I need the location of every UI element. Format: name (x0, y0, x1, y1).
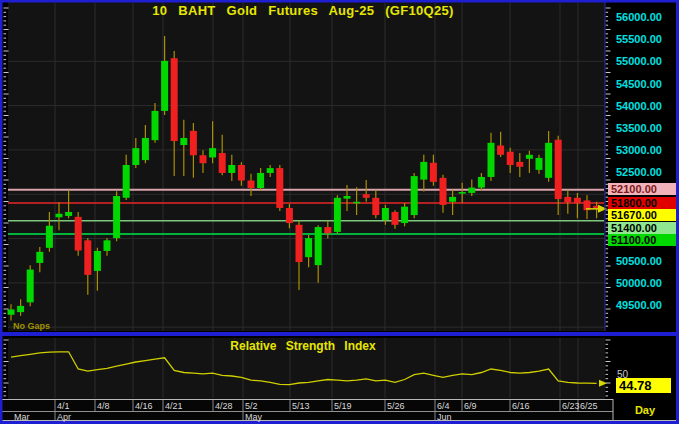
y-axis-label: 52500.00 (616, 166, 662, 178)
candle-body (411, 176, 418, 215)
candle-body (363, 194, 370, 198)
date-tick-label: 6/4 (437, 401, 450, 411)
candle-body (8, 309, 15, 314)
candle-body (440, 178, 447, 205)
candle-body (113, 196, 120, 238)
date-tick-label: 4/16 (135, 401, 153, 411)
y-axis-label: 50000.00 (616, 277, 662, 289)
candle-body (123, 165, 130, 198)
date-tick-label: 5/19 (334, 401, 352, 411)
candle-body (228, 165, 235, 173)
month-label: Apr (57, 412, 71, 422)
candle-body (497, 145, 504, 154)
y-axis-label: 53500.00 (616, 122, 662, 134)
price-level-label[interactable]: 51400.00 (608, 222, 676, 234)
candle-body (468, 188, 475, 193)
candle-body (267, 168, 274, 173)
candle-body (94, 251, 101, 271)
y-axis-label: 54500.00 (616, 78, 662, 90)
date-tick-label: 5/26 (387, 401, 405, 411)
candle-body (516, 162, 523, 167)
candle-body (142, 138, 149, 160)
candle-body (488, 143, 495, 177)
candle-body (75, 217, 82, 251)
candle-body (324, 227, 331, 233)
date-tick-label: 4/21 (165, 401, 183, 411)
no-gaps-note: No Gaps (13, 321, 50, 331)
date-tick-label: 4/1 (57, 401, 70, 411)
y-axis-label: 55500.00 (616, 33, 662, 45)
candle-body (536, 158, 543, 170)
y-axis-label: 55000.00 (616, 55, 662, 67)
candle-body (401, 207, 408, 223)
date-tick-label: 6/16 (512, 401, 530, 411)
candle-body (392, 212, 399, 225)
candle-body (430, 163, 437, 182)
rsi-title: Relative Strength Index (8, 339, 598, 353)
y-axis-label: 54000.00 (616, 100, 662, 112)
candle-body (507, 152, 514, 165)
current-price-label: 51670.00 (608, 209, 676, 221)
candle-body (27, 270, 34, 303)
candle-body (545, 143, 552, 178)
rsi-current-value-badge: 44.78 (616, 378, 671, 393)
month-label: Mar (14, 412, 30, 422)
date-tick-label: 5/13 (292, 401, 310, 411)
candle-body (315, 227, 322, 265)
trading-chart-window: 10 BAHT Gold Futures Aug-25 (GF10Q25) No… (0, 0, 679, 424)
date-tick-label: 6/25 (580, 401, 598, 411)
candle-body (257, 173, 264, 188)
candle-body (564, 197, 571, 202)
candle-body (65, 212, 72, 216)
price-level-label[interactable]: 52100.00 (608, 183, 676, 195)
candle-body (526, 155, 533, 159)
candle-body (296, 225, 303, 262)
candle-body (248, 181, 255, 189)
candle-body (209, 148, 216, 157)
y-axis-label: 49500.00 (616, 299, 662, 311)
date-tick-label: 4/8 (97, 401, 110, 411)
candle-body (152, 111, 159, 140)
price-level-label[interactable]: 51800.00 (608, 197, 676, 209)
panel-separator (0, 332, 679, 336)
candle-body (219, 153, 226, 173)
y-axis-label: 53000.00 (616, 144, 662, 156)
interval-day-button[interactable]: Day (614, 400, 676, 420)
candle-body (36, 252, 43, 263)
month-label: May (245, 412, 262, 422)
candle-body (132, 148, 139, 165)
chart-title: 10 BAHT Gold Futures Aug-25 (GF10Q25) (8, 3, 598, 18)
candle-body (420, 162, 427, 180)
candle-body (449, 197, 456, 202)
candle-body (555, 140, 562, 199)
candle-body (478, 177, 485, 188)
price-level-label[interactable]: 51100.00 (608, 234, 676, 246)
candle-body (382, 208, 389, 220)
y-axis-label: 50500.00 (616, 255, 662, 267)
candle-body (161, 61, 168, 111)
candle-body (180, 138, 187, 145)
candle-body (17, 306, 24, 312)
candle-body (56, 214, 63, 218)
date-tick-label: 5/2 (245, 401, 258, 411)
candle-body (190, 131, 197, 155)
date-tick-label: 4/28 (215, 401, 233, 411)
candle-body (334, 198, 341, 232)
chart-canvas[interactable] (0, 0, 679, 424)
candle-body (171, 58, 178, 141)
candle-body (286, 208, 293, 223)
candle-body (574, 198, 581, 203)
date-tick-label: 6/23 (562, 401, 580, 411)
candle-body (200, 155, 207, 163)
candle-body (276, 168, 283, 208)
candle-body (104, 240, 111, 251)
candle-body (344, 196, 351, 199)
candle-body (46, 226, 53, 248)
month-label: Jun (437, 412, 452, 422)
candle-body (305, 238, 312, 257)
date-tick-label: 6/9 (464, 401, 477, 411)
y-axis-label: 56000.00 (616, 11, 662, 23)
candle-body (353, 202, 360, 204)
candle-body (459, 192, 466, 194)
window-border-left (0, 0, 3, 424)
